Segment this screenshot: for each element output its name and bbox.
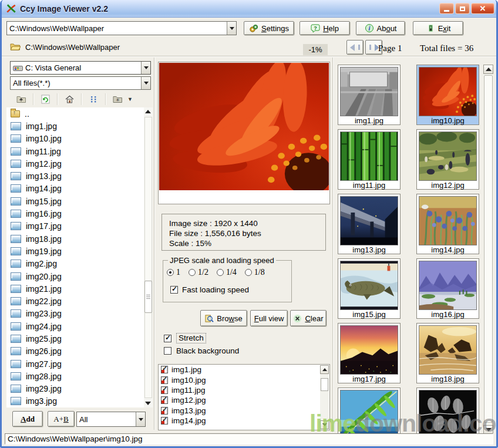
- filter-combo-arrow[interactable]: [141, 77, 150, 89]
- selected-files-list[interactable]: img1.jpgimg10.jpgimg11.jpgimg12.jpgimg13…: [158, 364, 330, 430]
- list-item[interactable]: img13.jpg: [6, 170, 144, 182]
- scale-radio-option[interactable]: 1: [167, 268, 180, 277]
- queue-scrollbar[interactable]: [320, 365, 329, 429]
- thumbnail-cell[interactable]: img18.jpg: [416, 323, 479, 383]
- scroll-down-icon[interactable]: [320, 420, 329, 429]
- thumbnail-cell[interactable]: img1.jpg: [338, 65, 401, 125]
- list-item[interactable]: img29.jpg: [6, 383, 144, 395]
- list-item[interactable]: img15.jpg: [6, 195, 144, 207]
- thumbnail-image[interactable]: [419, 390, 477, 434]
- favorites-folder-button[interactable]: ✳: [110, 93, 125, 106]
- view-mode-button[interactable]: [86, 93, 101, 106]
- about-button[interactable]: i About: [356, 21, 405, 35]
- list-item[interactable]: img11.jpg: [6, 145, 144, 157]
- thumbnail-image[interactable]: [419, 67, 477, 116]
- all-filter-combo[interactable]: All: [76, 412, 146, 427]
- radio-icon[interactable]: [245, 269, 252, 276]
- drive-combo-arrow[interactable]: [141, 62, 150, 74]
- drive-combo[interactable]: C: Vista General: [10, 61, 151, 75]
- refresh-button[interactable]: [38, 93, 53, 106]
- thumbnail-cell[interactable]: [416, 388, 479, 434]
- thumbnail-cell[interactable]: [338, 388, 401, 434]
- thumbnail-image[interactable]: [419, 261, 477, 310]
- list-item[interactable]: img24.jpg: [6, 320, 144, 332]
- thumbnail-image[interactable]: [419, 196, 477, 245]
- path-combo[interactable]: C:\Windows\Web\Wallpaper: [6, 21, 237, 35]
- browse-button[interactable]: Browse: [200, 310, 247, 326]
- fast-loading-checkbox-row[interactable]: Fast loading speed: [170, 285, 249, 294]
- list-item[interactable]: img22.jpg: [6, 295, 144, 307]
- thumbnail-image[interactable]: [340, 261, 398, 310]
- list-item[interactable]: img19.jpg: [6, 245, 144, 257]
- thumbnail-cell[interactable]: img16.jpg: [416, 258, 479, 319]
- filter-combo[interactable]: All files(*.*): [10, 76, 151, 90]
- queue-item[interactable]: img13.jpg: [159, 406, 329, 416]
- thumbnail-image[interactable]: [340, 390, 398, 434]
- scale-radio-option[interactable]: 1/4: [217, 268, 237, 277]
- list-item[interactable]: img18.jpg: [6, 233, 144, 245]
- settings-button[interactable]: Settings: [244, 21, 294, 35]
- black-background-checkbox-row[interactable]: Black background: [164, 346, 239, 355]
- scale-radio-option[interactable]: 1/8: [245, 268, 265, 277]
- thumbnail-image[interactable]: [340, 196, 398, 245]
- prev-page-button[interactable]: [346, 40, 364, 55]
- scale-radio-option[interactable]: 1/2: [189, 268, 208, 277]
- radio-icon[interactable]: [217, 269, 224, 276]
- list-item[interactable]: img23.jpg: [6, 308, 144, 320]
- radio-icon[interactable]: [189, 269, 196, 276]
- scroll-thumb[interactable]: [144, 281, 152, 313]
- queue-item[interactable]: img10.jpg: [159, 375, 329, 385]
- scroll-thumb[interactable]: [321, 378, 328, 391]
- scroll-up-icon[interactable]: [145, 109, 151, 114]
- scroll-track[interactable]: [144, 117, 152, 398]
- queue-item[interactable]: img14.jpg: [159, 416, 329, 426]
- thumbnail-cell[interactable]: img15.jpg: [338, 258, 401, 319]
- list-item[interactable]: img17.jpg: [6, 220, 144, 233]
- a-plus-b-button[interactable]: A+B: [48, 411, 75, 427]
- list-item[interactable]: img3.jpg: [6, 395, 144, 407]
- queue-item[interactable]: img11.jpg: [159, 385, 329, 395]
- thumbnail-image[interactable]: [340, 325, 398, 375]
- list-item[interactable]: img20.jpg: [6, 270, 144, 282]
- file-list[interactable]: ..img1.jpgimg10.jpgimg11.jpgimg12.jpgimg…: [6, 107, 144, 407]
- close-button[interactable]: ✕: [471, 3, 494, 14]
- list-item[interactable]: img21.jpg: [6, 282, 144, 295]
- minimize-button[interactable]: [439, 3, 454, 14]
- thumbnail-cell[interactable]: img13.jpg: [338, 194, 401, 254]
- clear-button[interactable]: Clear: [290, 310, 327, 326]
- list-item[interactable]: img14.jpg: [6, 183, 144, 195]
- scroll-up-icon[interactable]: [320, 365, 329, 374]
- all-combo-arrow[interactable]: [136, 412, 145, 426]
- list-item[interactable]: img26.jpg: [6, 345, 144, 358]
- chevron-down-icon[interactable]: ▼: [127, 96, 133, 102]
- help-button[interactable]: ? Help: [300, 21, 350, 35]
- list-item[interactable]: img25.jpg: [6, 332, 144, 345]
- list-item[interactable]: img10.jpg: [6, 133, 144, 145]
- thumbnail-cell[interactable]: img11.jpg: [338, 129, 401, 190]
- thumbnail-image[interactable]: [340, 67, 398, 116]
- thumbnail-image[interactable]: [340, 132, 398, 181]
- thumbnail-cell[interactable]: img10.jpg: [416, 65, 479, 125]
- list-item[interactable]: img28.jpg: [6, 370, 144, 382]
- list-item[interactable]: img16.jpg: [6, 207, 144, 220]
- preview-panel[interactable]: [158, 62, 330, 204]
- scroll-down-icon[interactable]: [145, 401, 151, 406]
- list-item[interactable]: img1.jpg: [6, 120, 144, 132]
- stretch-checkbox-row[interactable]: Stretch: [164, 333, 206, 343]
- queue-item[interactable]: img1.jpg: [159, 365, 329, 375]
- thumbnail-image[interactable]: [419, 132, 477, 181]
- black-background-checkbox[interactable]: [164, 347, 171, 355]
- list-item[interactable]: img12.jpg: [6, 157, 144, 170]
- maximize-button[interactable]: [455, 3, 470, 14]
- list-item[interactable]: ..: [6, 107, 144, 120]
- stretch-checkbox[interactable]: [164, 335, 171, 342]
- radio-icon[interactable]: [167, 269, 174, 276]
- list-item[interactable]: img2.jpg: [6, 258, 144, 270]
- file-list-scrollbar[interactable]: [144, 107, 153, 407]
- thumbnail-image[interactable]: [419, 325, 477, 375]
- list-item[interactable]: img27.jpg: [6, 358, 144, 370]
- add-button[interactable]: Add: [12, 411, 43, 427]
- scroll-thumb[interactable]: [484, 75, 493, 423]
- scroll-up-icon[interactable]: [483, 65, 493, 74]
- exit-button[interactable]: Exit: [413, 21, 463, 35]
